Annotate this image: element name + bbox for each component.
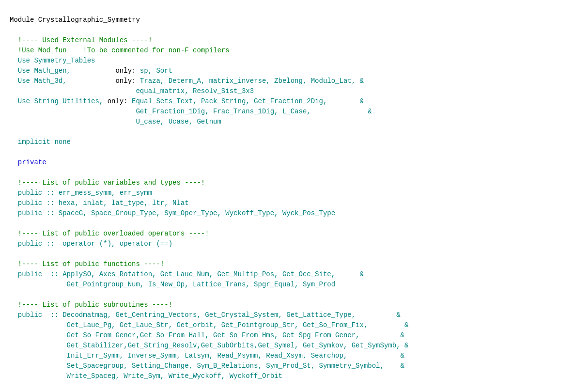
public-subs5: Init_Err_Symm, Inverse_Symm, Latsym, Rea…	[10, 352, 404, 360]
use-string-cont2: U_case, Ucase, Getnum	[10, 118, 221, 125]
public-spaceg: public :: SpaceG, Space_Group_Type, Sym_…	[10, 209, 335, 217]
public-functions-cont: Get_Pointgroup_Num, Is_New_Op, Lattice_T…	[10, 281, 335, 288]
comment-public-ops: !---- List of public overloaded operator…	[10, 230, 209, 237]
comment-use-mod: !Use Mod_fun !To be commented for non-F …	[10, 47, 230, 54]
public-subs7: Write_Spaceg, Write_Sym, Write_Wyckoff, …	[10, 372, 282, 380]
comment-public-subs: !---- List of public subroutines ----!	[10, 301, 172, 309]
public-subs3: Get_So_From_Gener,Get_So_From_Hall, Get_…	[10, 331, 404, 339]
implicit-none: implicit none	[10, 138, 71, 146]
public-hexa: public :: hexa, inlat, lat_type, ltr, Nl…	[10, 199, 189, 207]
comment-public-funcs: !---- List of public functions ----!	[10, 260, 164, 268]
use-symmetry-tables: Use Symmetry_Tables	[10, 57, 95, 64]
use-math-gen: Use Math_gen, only: sp, Sort	[10, 67, 172, 75]
use-math-3d-cont: equal_matrix, Resolv_Sist_3x3	[10, 87, 254, 95]
public-operators: public :: operator (*), operator (==)	[10, 240, 172, 248]
module-declaration: Module Crystallographic_Symmetry	[10, 16, 140, 24]
use-string-utilities: Use String_Utilities, only: Equal_Sets_T…	[10, 97, 364, 105]
private-keyword: private	[10, 158, 47, 166]
public-subs4: Get_Stabilizer,Get_String_Resolv,Get_Sub…	[10, 342, 408, 349]
code-container: Module Crystallographic_Symmetry !---- U…	[10, 5, 564, 381]
use-math-3d: Use Math_3d, only: Traza, Determ_A, matr…	[10, 77, 364, 85]
public-subs2: Get_Laue_Pg, Get_Laue_Str, Get_orbit, Ge…	[10, 321, 408, 329]
public-subs1: public :: Decodmatmag, Get_Centring_Vect…	[10, 311, 401, 319]
public-functions: public :: ApplySO, Axes_Rotation, Get_La…	[10, 270, 364, 278]
public-subs6: Set_Spacegroup, Setting_Change, Sym_B_Re…	[10, 362, 404, 370]
use-string-cont1: Get_Fraction_1Dig, Frac_Trans_1Dig, L_Ca…	[10, 108, 372, 115]
public-err: public :: err_mess_symm, err_symm	[10, 189, 152, 197]
comment-used-ext: !---- Used External Modules ----!	[10, 36, 152, 44]
comment-public-vars: !---- List of public variables and types…	[10, 179, 205, 187]
